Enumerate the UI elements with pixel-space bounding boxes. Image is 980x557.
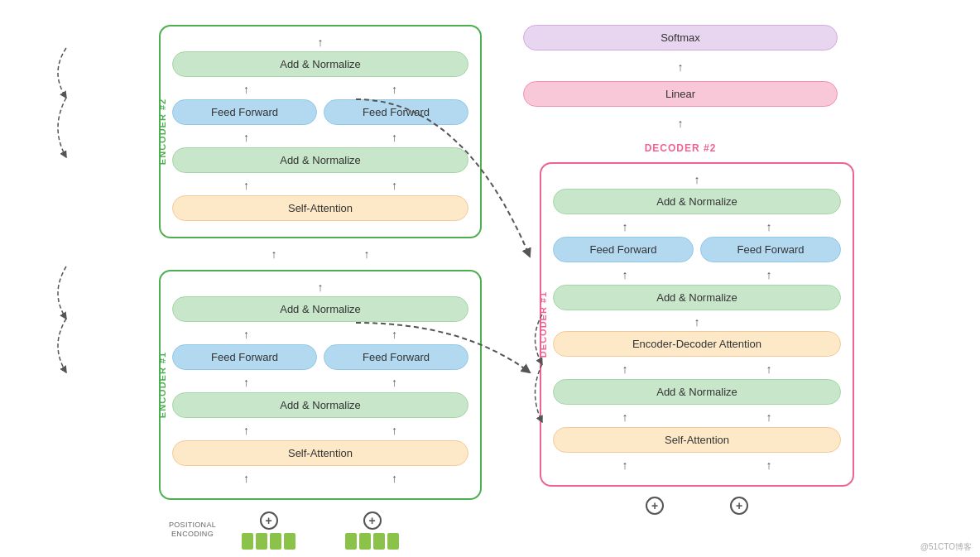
token-box xyxy=(387,533,399,550)
arrow: ↑ xyxy=(172,36,468,48)
enc2-ff2: Feed Forward xyxy=(324,99,468,125)
arrows: ↑↑ xyxy=(172,376,468,389)
decoder1-label: DECODER #1 xyxy=(538,291,548,358)
encoder2-block: ENCODER #2 ↑ Add & Normalize ↑↑ Feed For… xyxy=(159,25,482,238)
arrows: ↑↑ xyxy=(172,83,468,96)
dec1-add-norm-2: Add & Normalize xyxy=(553,285,841,310)
watermark: @51CTO博客 xyxy=(920,541,972,553)
arrow: ↑ xyxy=(553,316,841,328)
dec-plus-circle-2: + xyxy=(730,497,748,515)
x2-input-group: + x₂ Machines xyxy=(345,511,399,557)
output-section: Softmax ↑ Linear ↑ xyxy=(523,25,838,132)
arrows: ↑↑ xyxy=(172,472,468,485)
enc2-ff1: Feed Forward xyxy=(172,99,317,125)
arrow: ↑ xyxy=(172,281,468,293)
token-box xyxy=(345,533,357,550)
decoder1-block: DECODER #1 ↑ Add & Normalize ↑↑ Feed For… xyxy=(540,162,854,487)
arrow: ↑ xyxy=(523,61,838,73)
encoder1-label: ENCODER #1 xyxy=(157,352,167,418)
arrows: ↑↑ xyxy=(172,424,468,437)
arrows: ↑↑ xyxy=(553,363,841,376)
dec1-self-attn: Self-Attention xyxy=(553,427,841,453)
enc2-self-attn: Self-Attention xyxy=(172,195,468,221)
token-box xyxy=(242,533,253,550)
encoder1-block: ENCODER #1 ↑ Add & Normalize ↑↑ Feed For… xyxy=(159,270,482,500)
softmax-layer: Softmax xyxy=(523,25,838,50)
arrows: ↑↑ xyxy=(172,131,468,144)
enc1-ff2: Feed Forward xyxy=(324,344,468,370)
encoder2-label: ENCODER #2 xyxy=(157,98,167,165)
arrows: ↑↑ xyxy=(553,220,841,233)
linear-layer: Linear xyxy=(523,81,838,107)
x1-label: x₁ xyxy=(263,553,273,557)
x2-label: x₂ xyxy=(367,553,377,557)
plus-circle-x1: + xyxy=(260,511,278,530)
dec-plus-circle-1: + xyxy=(646,497,664,515)
dec1-ff2: Feed Forward xyxy=(700,237,841,262)
dec-plus-2: + xyxy=(730,497,748,515)
enc1-self-attn: Self-Attention xyxy=(172,440,468,466)
diagram-container: ENCODER #2 ↑ Add & Normalize ↑↑ Feed For… xyxy=(0,0,980,557)
token-box xyxy=(256,533,267,550)
enc1-add-norm-mid: Add & Normalize xyxy=(172,392,468,418)
token-box xyxy=(284,533,295,550)
inter-encoder-arrow: ↑ ↑ xyxy=(271,247,369,262)
arrow: ↑ xyxy=(553,174,841,185)
x1-tokens xyxy=(242,533,295,550)
dec1-ff1: Feed Forward xyxy=(553,237,694,262)
pos-encoding-label: POSITIONALENCODING xyxy=(169,521,216,540)
decoder2-label: DECODER #2 xyxy=(645,142,717,154)
dec1-enc-dec-attn: Encoder-Decoder Attention xyxy=(553,331,841,357)
enc1-ff1: Feed Forward xyxy=(172,344,317,370)
x1-input-group: + x₁ Thinking xyxy=(242,511,295,557)
token-box xyxy=(373,533,385,550)
enc2-add-norm-top: Add & Normalize xyxy=(172,51,468,77)
dec1-add-norm-3: Add & Normalize xyxy=(553,379,841,405)
token-box xyxy=(270,533,281,550)
token-box xyxy=(359,533,371,550)
arrows: ↑↑ xyxy=(172,179,468,192)
enc1-add-norm-top: Add & Normalize xyxy=(172,296,468,322)
plus-circle-x2: + xyxy=(363,511,382,530)
dec1-add-norm-top: Add & Normalize xyxy=(553,189,841,214)
arrow: ↑ xyxy=(523,118,838,129)
arrows: ↑↑ xyxy=(172,328,468,341)
arrows: ↑↑ xyxy=(553,459,841,472)
arrows: ↑↑ xyxy=(553,411,841,424)
decoder-inputs: + + xyxy=(646,497,748,515)
inputs-section: + x₁ Thinking POSITIONALENCODING + xyxy=(242,511,399,557)
arrows: ↑↑ xyxy=(553,268,841,281)
x2-tokens xyxy=(345,533,399,550)
enc2-add-norm-mid: Add & Normalize xyxy=(172,147,468,173)
dec-plus-1: + xyxy=(646,497,664,515)
